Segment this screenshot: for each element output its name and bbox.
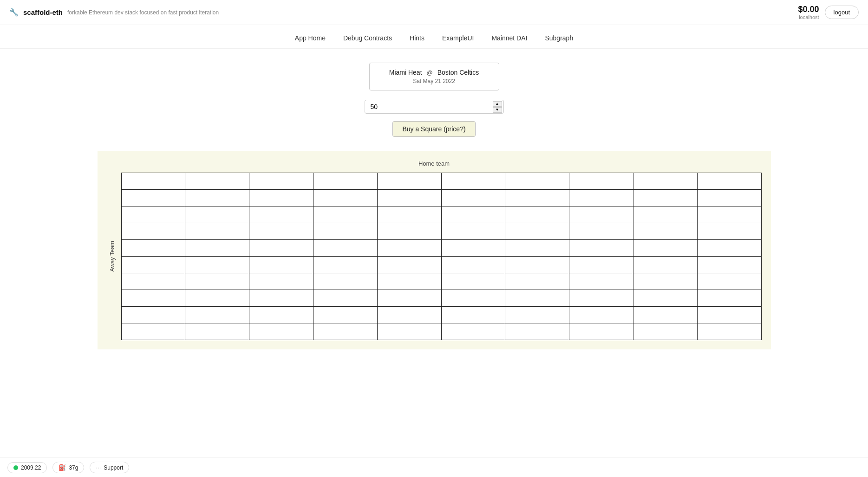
nav-hints[interactable]: Hints xyxy=(408,33,426,43)
grid-cell[interactable] xyxy=(569,257,633,273)
grid-cell[interactable] xyxy=(633,223,698,240)
grid-cell[interactable] xyxy=(569,240,633,257)
grid-cell[interactable] xyxy=(698,257,762,273)
grid-cell[interactable] xyxy=(122,173,186,190)
grid-cell[interactable] xyxy=(633,206,698,223)
grid-cell[interactable] xyxy=(313,273,378,290)
logout-button[interactable]: logout xyxy=(825,6,859,19)
grid-cell[interactable] xyxy=(313,240,378,257)
spinner-up[interactable]: ▲ xyxy=(493,101,502,107)
grid-cell[interactable] xyxy=(122,290,186,307)
grid-cell[interactable] xyxy=(249,223,313,240)
grid-cell[interactable] xyxy=(249,307,313,323)
grid-cell[interactable] xyxy=(122,257,186,273)
grid-cell[interactable] xyxy=(633,190,698,206)
grid-cell[interactable] xyxy=(442,173,506,190)
grid-cell[interactable] xyxy=(313,190,378,206)
grid-cell[interactable] xyxy=(185,206,249,223)
grid-cell[interactable] xyxy=(185,323,249,340)
grid-cell[interactable] xyxy=(249,240,313,257)
grid-cell[interactable] xyxy=(249,273,313,290)
grid-cell[interactable] xyxy=(569,173,633,190)
grid-cell[interactable] xyxy=(505,257,569,273)
grid-cell[interactable] xyxy=(249,257,313,273)
grid-cell[interactable] xyxy=(122,323,186,340)
grid-cell[interactable] xyxy=(505,240,569,257)
grid-cell[interactable] xyxy=(185,173,249,190)
grid-cell[interactable] xyxy=(442,323,506,340)
grid-cell[interactable] xyxy=(185,273,249,290)
grid-cell[interactable] xyxy=(698,273,762,290)
grid-cell[interactable] xyxy=(698,323,762,340)
grid-cell[interactable] xyxy=(505,307,569,323)
grid-cell[interactable] xyxy=(698,240,762,257)
grid-cell[interactable] xyxy=(442,307,506,323)
grid-cell[interactable] xyxy=(249,323,313,340)
grid-cell[interactable] xyxy=(442,273,506,290)
spinner-down[interactable]: ▼ xyxy=(493,107,502,113)
grid-cell[interactable] xyxy=(378,173,442,190)
grid-cell[interactable] xyxy=(698,190,762,206)
grid-cell[interactable] xyxy=(249,173,313,190)
grid-cell[interactable] xyxy=(442,257,506,273)
grid-cell[interactable] xyxy=(185,307,249,323)
nav-debug-contracts[interactable]: Debug Contracts xyxy=(341,33,394,43)
grid-cell[interactable] xyxy=(313,290,378,307)
grid-cell[interactable] xyxy=(505,273,569,290)
grid-cell[interactable] xyxy=(249,290,313,307)
grid-cell[interactable] xyxy=(698,307,762,323)
grid-cell[interactable] xyxy=(313,323,378,340)
grid-cell[interactable] xyxy=(569,323,633,340)
grid-cell[interactable] xyxy=(185,257,249,273)
grid-cell[interactable] xyxy=(698,206,762,223)
grid-cell[interactable] xyxy=(378,206,442,223)
grid-cell[interactable] xyxy=(698,173,762,190)
grid-cell[interactable] xyxy=(442,240,506,257)
grid-cell[interactable] xyxy=(378,223,442,240)
grid-cell[interactable] xyxy=(505,173,569,190)
grid-cell[interactable] xyxy=(122,240,186,257)
grid-cell[interactable] xyxy=(633,257,698,273)
grid-cell[interactable] xyxy=(378,190,442,206)
grid-cell[interactable] xyxy=(313,173,378,190)
grid-cell[interactable] xyxy=(378,257,442,273)
grid-cell[interactable] xyxy=(122,223,186,240)
grid-cell[interactable] xyxy=(313,257,378,273)
grid-cell[interactable] xyxy=(313,223,378,240)
grid-cell[interactable] xyxy=(505,206,569,223)
grid-cell[interactable] xyxy=(698,223,762,240)
grid-cell[interactable] xyxy=(569,223,633,240)
grid-cell[interactable] xyxy=(633,290,698,307)
grid-cell[interactable] xyxy=(442,223,506,240)
grid-cell[interactable] xyxy=(378,323,442,340)
grid-cell[interactable] xyxy=(633,273,698,290)
grid-cell[interactable] xyxy=(122,307,186,323)
grid-cell[interactable] xyxy=(378,273,442,290)
grid-cell[interactable] xyxy=(249,206,313,223)
grid-cell[interactable] xyxy=(698,290,762,307)
grid-cell[interactable] xyxy=(442,190,506,206)
grid-cell[interactable] xyxy=(378,240,442,257)
nav-mainnet-dai[interactable]: Mainnet DAI xyxy=(489,33,529,43)
grid-cell[interactable] xyxy=(505,290,569,307)
buy-square-button[interactable]: Buy a Square (price?) xyxy=(392,121,475,137)
grid-cell[interactable] xyxy=(505,323,569,340)
grid-cell[interactable] xyxy=(313,307,378,323)
grid-cell[interactable] xyxy=(122,190,186,206)
grid-cell[interactable] xyxy=(569,206,633,223)
grid-cell[interactable] xyxy=(378,290,442,307)
grid-cell[interactable] xyxy=(505,223,569,240)
nav-app-home[interactable]: App Home xyxy=(293,33,327,43)
grid-cell[interactable] xyxy=(633,323,698,340)
grid-cell[interactable] xyxy=(569,273,633,290)
grid-cell[interactable] xyxy=(185,190,249,206)
grid-cell[interactable] xyxy=(122,206,186,223)
grid-cell[interactable] xyxy=(569,307,633,323)
grid-cell[interactable] xyxy=(122,273,186,290)
grid-cell[interactable] xyxy=(378,307,442,323)
grid-cell[interactable] xyxy=(249,190,313,206)
nav-subgraph[interactable]: Subgraph xyxy=(543,33,575,43)
grid-cell[interactable] xyxy=(313,206,378,223)
nav-example-ui[interactable]: ExampleUI xyxy=(440,33,476,43)
grid-cell[interactable] xyxy=(633,307,698,323)
